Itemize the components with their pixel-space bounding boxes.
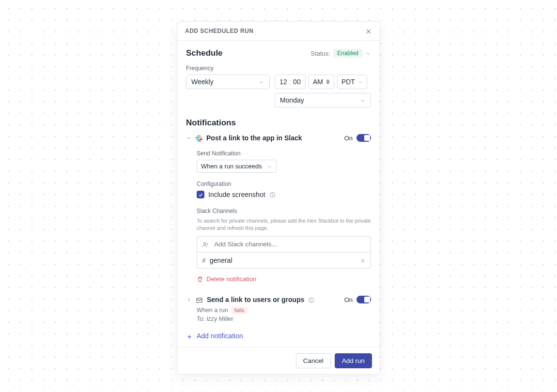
time-hour: 12 [279, 78, 288, 86]
slack-toggle[interactable] [356, 134, 371, 142]
ampm-value: AM [313, 78, 323, 86]
send-condition-value: When a run succeeds [201, 163, 262, 170]
plus-icon [186, 332, 193, 340]
day-value: Monday [280, 96, 304, 104]
svg-point-7 [203, 242, 205, 244]
email-notif-title: Send a link to users or groups [207, 296, 304, 303]
dialog-footer: Cancel Add run [177, 347, 380, 374]
dialog-header: ADD SCHEDULED RUN [177, 22, 380, 41]
day-select[interactable]: Monday [275, 93, 371, 107]
mail-icon [196, 295, 203, 304]
close-icon[interactable] [365, 27, 372, 35]
status-label: Status: [310, 50, 330, 57]
slack-notif-body: Send Notification When a run succeeds Co… [186, 142, 371, 283]
hash-icon: # [202, 256, 206, 264]
email-toggle[interactable] [356, 296, 371, 303]
slack-channels-label: Slack Channels [197, 208, 371, 214]
svg-marker-2 [326, 79, 330, 82]
email-notif-header: Send a link to users or groups On [186, 295, 371, 304]
fails-chip: fails [232, 307, 247, 314]
slack-notif-title: Post a link to the app in Slack [206, 134, 302, 142]
add-run-button[interactable]: Add run [335, 353, 372, 368]
cancel-button[interactable]: Cancel [296, 353, 331, 368]
email-notif-meta: When a run fails To: Izzy Miller [186, 307, 371, 322]
slack-channels-input-wrap [197, 236, 371, 253]
remove-channel-icon[interactable] [360, 256, 366, 264]
chevron-down-icon [259, 78, 264, 86]
scheduled-run-dialog: ADD SCHEDULED RUN Schedule Status: Enabl… [177, 21, 380, 375]
include-screenshot-row: Include screenshot [197, 190, 371, 199]
slack-notification: Post a link to the app in Slack On Send … [186, 128, 371, 286]
add-notification-button[interactable]: Add notification [186, 332, 371, 340]
slack-icon [196, 134, 202, 142]
send-notification-label: Send Notification [197, 150, 371, 157]
dialog-title: ADD SCHEDULED RUN [185, 28, 254, 34]
include-screenshot-label: Include screenshot [208, 191, 265, 198]
toggle-on-label: On [344, 135, 353, 142]
dialog-body: Schedule Status: Enabled Frequency Weekl… [177, 41, 380, 347]
time-input[interactable]: 12 : 00 [275, 75, 306, 89]
info-icon[interactable] [308, 295, 314, 304]
frequency-select[interactable]: Weekly [186, 75, 270, 89]
add-notification-label: Add notification [197, 332, 243, 340]
slack-channels-hint: To search for private channels, please a… [197, 217, 371, 232]
toggle-on-label: On [344, 296, 353, 303]
info-icon[interactable] [269, 190, 276, 199]
time-colon: : [289, 78, 291, 86]
person-add-icon [202, 240, 209, 249]
schedule-heading: Schedule [186, 48, 223, 58]
up-down-icon [326, 79, 330, 85]
status-wrap: Status: Enabled [310, 49, 371, 58]
delete-notification-button[interactable]: Delete notification [197, 275, 371, 283]
frequency-value: Weekly [191, 78, 214, 86]
email-notification: Send a link to users or groups On When a… [186, 289, 371, 325]
delete-notification-label: Delete notification [206, 275, 256, 283]
chevron-down-icon [267, 163, 272, 170]
trash-icon [197, 275, 203, 283]
frequency-label: Frequency [186, 65, 371, 72]
timezone-select[interactable]: PDT [337, 75, 367, 89]
time-col: 12 : 00 AM PDT [275, 75, 371, 107]
chevron-down-icon [360, 96, 366, 104]
ampm-select[interactable]: AM [309, 75, 334, 89]
configuration-label: Configuration [197, 181, 371, 187]
time-group: 12 : 00 AM PDT [275, 75, 371, 89]
timezone-value: PDT [341, 78, 355, 86]
frequency-time-row: Weekly 12 : 00 AM [186, 75, 371, 107]
slack-notif-header: Post a link to the app in Slack On [186, 134, 371, 142]
slack-channels-input[interactable] [213, 240, 366, 248]
collapse-toggle[interactable] [186, 135, 192, 141]
include-screenshot-checkbox[interactable] [197, 191, 204, 198]
send-condition-select[interactable]: When a run succeeds [197, 160, 277, 173]
slack-channel-chip: # general [197, 253, 371, 269]
time-minute: 00 [293, 78, 301, 86]
svg-point-6 [272, 194, 273, 194]
notifications-heading: Notifications [186, 118, 371, 128]
svg-marker-3 [326, 82, 330, 85]
schedule-header-row: Schedule Status: Enabled [186, 48, 371, 58]
status-chip: Enabled [333, 49, 362, 58]
email-to-line: To: Izzy Miller [197, 316, 371, 322]
expand-toggle[interactable] [186, 297, 192, 302]
status-chevron-icon[interactable] [365, 50, 371, 57]
email-when-prefix: When a run [197, 307, 228, 314]
channel-name: general [210, 256, 232, 264]
canvas-background: ADD SCHEDULED RUN Schedule Status: Enabl… [0, 0, 557, 392]
chevron-down-icon [358, 78, 363, 86]
svg-point-15 [311, 299, 312, 300]
